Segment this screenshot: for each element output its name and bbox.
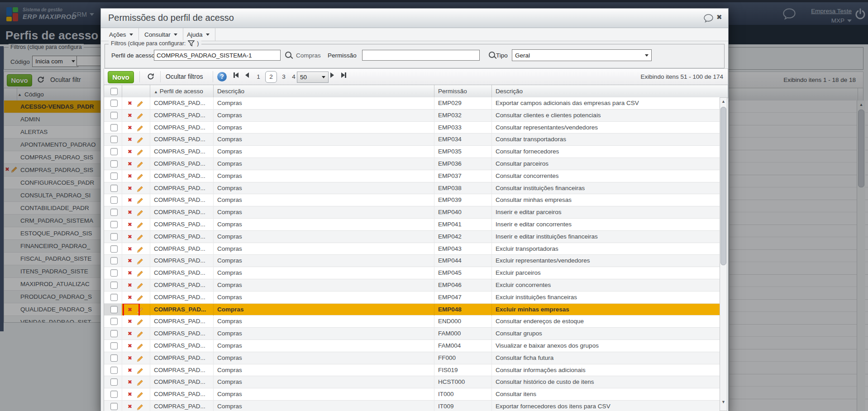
delete-icon[interactable]: ✖ [128,340,132,352]
edit-pencil-icon[interactable] [137,354,143,364]
delete-icon[interactable]: ✖ [128,110,132,121]
permission-row[interactable]: ✖COMPRAS_PAD...ComprasEMP037Consultar co… [104,170,720,182]
edit-pencil-icon[interactable] [137,282,143,292]
edit-pencil-icon[interactable] [137,160,143,170]
search-icon[interactable] [285,52,291,58]
row-checkbox[interactable] [110,124,118,131]
permission-row[interactable]: ✖COMPRAS_PAD...ComprasEND000Consultar en… [104,315,720,328]
column-header-descricao[interactable]: Descrição [214,85,434,98]
type-filter-select[interactable]: Geral [512,49,652,61]
permission-row[interactable]: ✖COMPRAS_PAD...ComprasFAM000Consultar gr… [104,328,720,340]
row-checkbox[interactable] [110,342,118,349]
edit-pencil-icon[interactable] [137,100,143,110]
delete-icon[interactable]: ✖ [128,206,132,218]
row-checkbox[interactable] [110,136,118,143]
permission-row[interactable]: ✖COMPRAS_PAD...ComprasIT009Exportar forn… [104,401,720,411]
menu-consultar[interactable]: Consultar [139,28,183,41]
row-checkbox[interactable] [110,196,118,204]
row-checkbox[interactable] [110,306,118,313]
row-checkbox[interactable] [110,233,118,240]
delete-icon[interactable]: ✖ [128,146,132,158]
row-checkbox[interactable] [110,330,118,337]
pager-page-2[interactable]: 2 [265,71,277,83]
permission-row[interactable]: ✖COMPRAS_PAD...ComprasHCST000Consultar h… [104,376,720,388]
delete-icon[interactable]: ✖ [128,122,132,134]
menu-acoes[interactable]: Ações [104,28,139,41]
delete-icon[interactable]: ✖ [128,231,132,243]
permission-row[interactable]: ✖COMPRAS_PAD...ComprasEMP040Inserir e ed… [104,206,720,219]
pager-next-button[interactable] [330,72,334,78]
permission-filter-input[interactable] [362,50,480,61]
row-checkbox[interactable] [110,391,118,398]
pager-page-3[interactable]: 3 [281,72,287,82]
delete-icon[interactable]: ✖ [128,364,132,376]
hide-filters-button[interactable]: Ocultar filtros [166,73,203,80]
pager-page-1[interactable]: 1 [255,72,262,82]
permission-row[interactable]: ✖COMPRAS_PAD...ComprasIT000Consultar ite… [104,388,720,401]
row-checkbox[interactable] [110,318,118,325]
row-checkbox[interactable] [110,112,118,119]
row-checkbox[interactable] [110,378,118,386]
select-all-checkbox[interactable] [110,88,118,95]
edit-pencil-icon[interactable] [137,367,143,377]
search-icon[interactable] [489,52,495,58]
row-checkbox[interactable] [110,257,118,264]
edit-pencil-icon[interactable] [137,233,143,243]
permission-row[interactable]: ✖COMPRAS_PAD...ComprasEMP032Consultar cl… [104,110,720,122]
column-header-descricao-2[interactable]: Descrição [492,85,719,98]
row-checkbox[interactable] [110,269,118,277]
row-checkbox[interactable] [110,367,118,374]
edit-pencil-icon[interactable] [137,148,143,158]
delete-icon[interactable]: ✖ [128,388,132,400]
delete-icon[interactable]: ✖ [128,97,132,109]
edit-pencil-icon[interactable] [137,391,143,401]
permission-row[interactable]: ✖COMPRAS_PAD...ComprasEMP048Excluir minh… [104,304,720,316]
delete-icon[interactable]: ✖ [128,182,132,194]
edit-pencil-icon[interactable] [137,221,143,231]
delete-icon[interactable]: ✖ [128,352,132,364]
delete-icon[interactable]: ✖ [128,315,132,327]
modal-filters-legend[interactable]: Filtros (clique para configurar: ) [109,40,201,47]
edit-pencil-icon[interactable] [137,185,143,195]
row-checkbox[interactable] [110,282,118,289]
row-checkbox[interactable] [110,172,118,180]
row-checkbox[interactable] [110,221,118,228]
permission-row[interactable]: ✖COMPRAS_PAD...ComprasEMP038Consultar in… [104,182,720,195]
edit-pencil-icon[interactable] [137,209,143,219]
delete-icon[interactable]: ✖ [128,267,132,279]
permission-row[interactable]: ✖COMPRAS_PAD...ComprasEMP046Excluir conc… [104,279,720,292]
permission-row[interactable]: ✖COMPRAS_PAD...ComprasFIS019Consultar in… [104,364,720,377]
pager-first-button[interactable] [234,72,238,78]
new-permission-button[interactable]: Novo [108,71,134,83]
permission-row[interactable]: ✖COMPRAS_PAD...ComprasEMP033Consultar re… [104,122,720,134]
filter-funnel-icon[interactable] [188,40,195,47]
edit-pencil-icon[interactable] [137,124,143,134]
chat-bubble-icon[interactable] [703,14,714,25]
edit-pencil-icon[interactable] [137,378,143,388]
row-checkbox[interactable] [110,209,118,216]
permission-row[interactable]: ✖COMPRAS_PAD...ComprasFF000Consultar fic… [104,352,720,364]
pager-prev-button[interactable] [245,72,249,78]
permission-row[interactable]: ✖COMPRAS_PAD...ComprasEMP034Consultar tr… [104,134,720,146]
permission-row[interactable]: ✖COMPRAS_PAD...ComprasEMP036Consultar pa… [104,158,720,170]
delete-icon[interactable]: ✖ [128,255,132,267]
permission-row[interactable]: ✖COMPRAS_PAD...ComprasEMP035Consultar fo… [104,146,720,158]
row-checkbox[interactable] [110,160,118,167]
profile-filter-input[interactable] [154,50,281,61]
pager-page-4[interactable]: 4 [291,72,297,82]
edit-pencil-icon[interactable] [137,403,143,411]
delete-icon[interactable]: ✖ [128,219,132,230]
permission-row[interactable]: ✖COMPRAS_PAD...ComprasFAM004Visualizar e… [104,340,720,352]
column-header-permissao[interactable]: Permissão [434,85,492,98]
menu-ajuda[interactable]: Ajuda [181,28,215,41]
delete-icon[interactable]: ✖ [128,158,132,170]
scroll-down-icon[interactable]: ▼ [720,398,727,406]
permission-row[interactable]: ✖COMPRAS_PAD...ComprasEMP042Inserir e ed… [104,231,720,243]
edit-pencil-icon[interactable] [137,342,143,352]
row-checkbox[interactable] [110,185,118,192]
delete-icon[interactable]: ✖ [128,292,132,303]
refresh-icon[interactable] [147,72,155,82]
row-checkbox[interactable] [110,403,118,410]
permission-row[interactable]: ✖COMPRAS_PAD...ComprasEMP045Excluir parc… [104,267,720,279]
edit-pencil-icon[interactable] [137,245,143,255]
